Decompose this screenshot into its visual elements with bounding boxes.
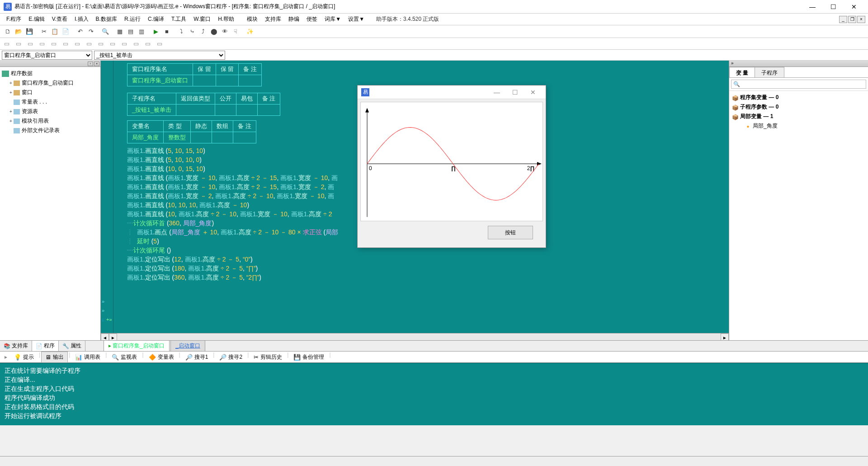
minimize-button[interactable]: — <box>802 0 823 14</box>
cursor-icon[interactable]: ☟ <box>231 27 241 37</box>
step-into-icon[interactable]: ⤷ <box>187 27 197 37</box>
project-tree[interactable]: 程序数据 +窗口程序集_启动窗口+窗口 常量表 . . .+资源表+模块引用表 … <box>0 67 100 341</box>
output-chevron-icon[interactable]: ▸ <box>3 354 9 360</box>
editor-tab-startwin[interactable]: _启动窗口 <box>170 340 205 351</box>
menu-notes[interactable]: 便签 <box>303 14 321 24</box>
menu-dict[interactable]: 词库▼ <box>321 14 344 24</box>
step-out-icon[interactable]: ⤴ <box>198 27 208 37</box>
panel-chevron-icon[interactable]: » <box>729 61 736 66</box>
copy-icon[interactable]: 📋 <box>50 27 60 37</box>
mdi-close-button[interactable]: × <box>857 16 865 23</box>
menu-staticcompile[interactable]: 静编 <box>285 14 303 24</box>
layout3-icon[interactable]: ▥ <box>137 27 146 37</box>
code-line[interactable]: 画板1.定位写出 (12, 画板1.高度 ÷ 2 － 5, “0”) <box>127 255 724 264</box>
menu-help[interactable]: H.帮助 <box>214 14 238 24</box>
tree-item[interactable]: 外部文件记录表 <box>8 126 99 135</box>
variable-search-input[interactable] <box>731 80 866 89</box>
tb2-icon-8[interactable]: ▭ <box>84 39 94 49</box>
tree-expander-icon[interactable]: + <box>8 119 14 124</box>
menu-compile[interactable]: C.编译 <box>144 14 168 24</box>
tab-supportlib[interactable]: 📚支持库 <box>0 341 32 351</box>
tb2-icon-14[interactable]: ▭ <box>155 39 165 49</box>
find-icon[interactable]: 🔍 <box>100 27 110 37</box>
tb2-icon-6[interactable]: ▭ <box>61 39 71 49</box>
tree-item[interactable]: +窗口 <box>8 88 99 97</box>
tb2-icon-12[interactable]: ▭ <box>131 39 141 49</box>
runtime-minimize-button[interactable]: — <box>488 86 506 99</box>
watch-icon[interactable]: 👁 <box>220 27 230 37</box>
menu-supportlib[interactable]: 支持库 <box>261 14 285 24</box>
cut-icon[interactable]: ✂ <box>39 27 49 37</box>
output-tab-变量表[interactable]: 🔶变量表 <box>145 352 178 363</box>
output-tab-输出[interactable]: 🖥输出 <box>41 352 68 363</box>
tb2-icon-5[interactable]: ▭ <box>49 39 59 49</box>
menu-program[interactable]: F.程序 <box>3 14 25 24</box>
draw-button[interactable]: 按钮 <box>488 226 533 239</box>
tb2-icon-3[interactable]: ▭ <box>25 39 35 49</box>
menu-database[interactable]: B.数据库 <box>92 14 121 24</box>
output-tab-搜寻2[interactable]: 🔎搜寻2 <box>215 352 246 363</box>
tree-item[interactable]: +模块引用表 <box>8 116 99 126</box>
tree-expander-icon[interactable] <box>8 128 14 133</box>
panel-pin-icon[interactable]: ▫ <box>88 62 93 66</box>
tree-expander-icon[interactable] <box>8 100 14 105</box>
close-button[interactable]: ✕ <box>844 0 864 14</box>
tab-properties[interactable]: 🔧属性 <box>59 341 85 351</box>
panel-close-icon[interactable]: × <box>94 62 99 66</box>
menu-edit[interactable]: E.编辑 <box>25 14 48 24</box>
variable-tree[interactable]: 📦程序集变量 — 0📦子程序参数 — 0📦局部变量 — 1🔸局部_角度 <box>729 91 868 133</box>
menu-run[interactable]: R.运行 <box>121 14 144 24</box>
runtime-titlebar[interactable]: 易 — ☐ ✕ <box>358 86 546 99</box>
output-tab-搜寻1[interactable]: 🔎搜寻1 <box>181 352 212 363</box>
tb2-icon-11[interactable]: ▭ <box>119 39 129 49</box>
tb2-icon-9[interactable]: ▭ <box>96 39 106 49</box>
code-line[interactable]: 画板1.定位写出 (360, 画板1.高度 ÷ 2 － 5, “2∏”) <box>127 273 724 282</box>
new-file-icon[interactable]: 🗋 <box>3 27 13 37</box>
menu-insert[interactable]: I.插入 <box>71 14 92 24</box>
run-icon[interactable]: ▶ <box>151 27 161 37</box>
var-tree-row[interactable]: 📦子程序参数 — 0 <box>732 102 865 112</box>
paste-icon[interactable]: 📄 <box>61 27 71 37</box>
mdi-min-button[interactable]: _ <box>839 16 847 23</box>
tb2-icon-10[interactable]: ▭ <box>108 39 118 49</box>
layout2-icon[interactable]: ▤ <box>126 27 136 37</box>
output-tab-监视表[interactable]: 🔍监视表 <box>108 352 141 363</box>
menu-tools[interactable]: T.工具 <box>168 14 190 24</box>
breakpoint-icon[interactable]: ⬤ <box>209 27 219 37</box>
tree-item[interactable]: 常量表 . . . <box>8 97 99 107</box>
code-line[interactable]: 画板1.定位写出 (180, 画板1.高度 ÷ 2 － 5, “∏”) <box>127 264 724 273</box>
var-tree-row[interactable]: 📦程序集变量 — 0 <box>732 93 865 102</box>
tab-program[interactable]: 📄程序 <box>32 341 59 351</box>
layout1-icon[interactable]: ▦ <box>115 27 125 37</box>
tree-item[interactable]: +资源表 <box>8 107 99 116</box>
tree-item[interactable]: +窗口程序集_启动窗口 <box>8 78 99 88</box>
output-tab-剪辑历史[interactable]: ✂剪辑历史 <box>250 352 286 363</box>
tab-subroutines[interactable]: 子程序 <box>755 67 784 77</box>
var-tree-row[interactable]: 📦局部变量 — 1 <box>732 112 865 121</box>
tree-expander-icon[interactable]: + <box>8 81 14 86</box>
mdi-restore-button[interactable]: ❐ <box>848 16 856 23</box>
open-file-icon[interactable]: 📂 <box>14 27 24 37</box>
runtime-close-button[interactable]: ✕ <box>524 86 542 99</box>
var-tree-row[interactable]: 🔸局部_角度 <box>732 121 865 131</box>
tb2-icon-7[interactable]: ▭ <box>72 39 82 49</box>
undo-icon[interactable]: ↶ <box>75 27 85 37</box>
wizard-icon[interactable]: ✨ <box>245 27 255 37</box>
tb2-icon-4[interactable]: ▭ <box>37 39 47 49</box>
menu-module[interactable]: 模块 <box>243 14 261 24</box>
menu-settings[interactable]: 设置▼ <box>344 14 368 24</box>
redo-icon[interactable]: ↷ <box>86 27 96 37</box>
tb2-icon-1[interactable]: ▭ <box>2 39 12 49</box>
subroutine-combo[interactable]: _按钮1_被单击 <box>94 51 225 60</box>
menu-window[interactable]: W.窗口 <box>190 14 214 24</box>
output-panel[interactable]: 正在统计需要编译的子程序正在编译...正在生成主程序入口代码程序代码编译成功正在… <box>0 363 868 425</box>
runtime-window[interactable]: 易 — ☐ ✕ 0 ∏ 2∏ 按钮 <box>357 85 546 248</box>
tb2-icon-2[interactable]: ▭ <box>14 39 24 49</box>
output-tab-提示[interactable]: 💡提示 <box>10 352 38 363</box>
runtime-maximize-button[interactable]: ☐ <box>506 86 524 99</box>
editor-tab-programset[interactable]: ▸ 窗口程序集_启动窗口 <box>104 340 170 351</box>
tb2-icon-13[interactable]: ▭ <box>143 39 153 49</box>
programset-combo[interactable]: 窗口程序集_启动窗口 <box>2 51 92 60</box>
menu-view[interactable]: V.查看 <box>48 14 71 24</box>
tree-expander-icon[interactable]: + <box>8 109 14 114</box>
